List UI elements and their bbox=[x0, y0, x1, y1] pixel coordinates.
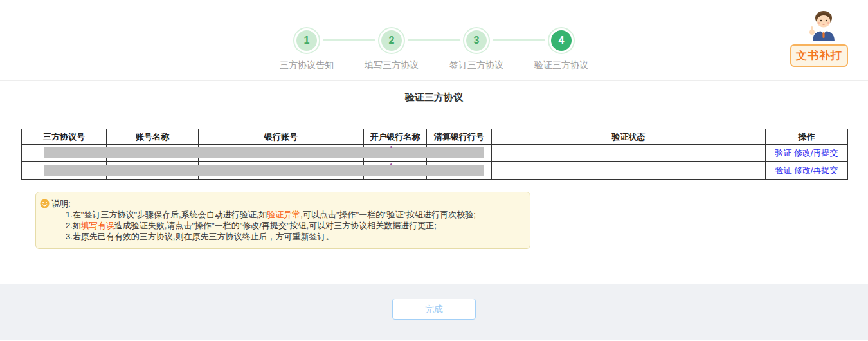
col-header-account-name: 账号名称 bbox=[107, 129, 199, 145]
cell-verify-status bbox=[492, 162, 766, 180]
step-1-circle: 1 bbox=[293, 27, 320, 54]
wizard-header: 1 三方协议告知 2 填写三方协议 3 签订三方协议 4 验证三方协议 bbox=[0, 0, 868, 81]
step-1-label: 三方协议告知 bbox=[280, 60, 334, 71]
verify-link[interactable]: 验证 bbox=[775, 148, 791, 158]
step-3-label: 签订三方协议 bbox=[449, 60, 503, 71]
note-line-2-text: 2.如 bbox=[66, 221, 81, 230]
step-3-circle: 3 bbox=[463, 27, 490, 54]
redaction-bar bbox=[44, 165, 484, 176]
verify-link[interactable]: 验证 bbox=[775, 165, 791, 175]
col-header-clearing-bank-no: 清算银行行号 bbox=[427, 129, 492, 145]
note-line-2-highlight: 填写有误 bbox=[81, 221, 114, 230]
note-line-1-rest: ,可以点击"操作"一栏的"验证"按钮进行再次校验; bbox=[300, 210, 476, 219]
cell-operation: 验证 修改/再提交 bbox=[766, 145, 848, 162]
document-reprint-helper: 文书补打 bbox=[799, 8, 850, 69]
finish-button[interactable]: 完成 bbox=[392, 299, 476, 320]
step-1: 1 三方协议告知 bbox=[264, 27, 349, 71]
step-2-number: 2 bbox=[381, 30, 402, 51]
table-header-row: 三方协议号 账号名称 银行账号 开户银行名称 清算银行行号 验证状态 操作 bbox=[22, 129, 848, 145]
redaction-artifact-dot bbox=[390, 146, 392, 148]
modify-resubmit-link[interactable]: 修改/再提交 bbox=[794, 148, 838, 158]
note-line-2-rest: 造成验证失败,请点击"操作"一栏的"修改/再提交"按钮,可以对三方协议相关数据进… bbox=[114, 221, 437, 230]
redaction-bar bbox=[44, 147, 484, 158]
step-4-current: 4 验证三方协议 bbox=[519, 27, 604, 71]
note-line-1-text: 1.在"签订三方协议"步骤保存后,系统会自动进行验证,如 bbox=[66, 210, 267, 219]
main-content: 验证三方协议 三方协议号 账号名称 银行账号 开户银行名称 清算银行行号 验证状… bbox=[0, 81, 868, 284]
modify-resubmit-link[interactable]: 修改/再提交 bbox=[794, 165, 838, 175]
note-line-3: 3.若原先已有有效的三方协议,则在原先三方协议终止后，方可重新签订。 bbox=[66, 231, 522, 242]
step-4-circle: 4 bbox=[548, 27, 575, 54]
cell-verify-status bbox=[492, 145, 766, 162]
page-title: 验证三方协议 bbox=[0, 91, 868, 104]
step-4-number: 4 bbox=[551, 30, 572, 51]
step-2-label: 填写三方协议 bbox=[365, 60, 419, 71]
step-2: 2 填写三方协议 bbox=[349, 27, 434, 71]
redaction-artifact-dot bbox=[390, 163, 392, 165]
footer-bar: 完成 bbox=[0, 284, 868, 340]
stepper: 1 三方协议告知 2 填写三方协议 3 签订三方协议 4 验证三方协议 bbox=[264, 27, 604, 71]
step-1-number: 1 bbox=[296, 30, 317, 51]
note-line-2: 2.如填写有误造成验证失败,请点击"操作"一栏的"修改/再提交"按钮,可以对三方… bbox=[66, 220, 522, 231]
note-line-1-highlight: 验证异常 bbox=[267, 210, 300, 219]
col-header-bank-account: 银行账号 bbox=[199, 129, 364, 145]
note-title: 说明: bbox=[51, 198, 71, 209]
col-header-agreement-no: 三方协议号 bbox=[22, 129, 107, 145]
document-reprint-button[interactable]: 文书补打 bbox=[790, 44, 848, 67]
smiley-icon bbox=[40, 199, 50, 208]
step-2-circle: 2 bbox=[378, 27, 405, 54]
cell-operation: 验证 修改/再提交 bbox=[766, 162, 848, 180]
agreement-table-wrap: 三方协议号 账号名称 银行账号 开户银行名称 清算银行行号 验证状态 操作 bbox=[21, 129, 847, 180]
col-header-verify-status: 验证状态 bbox=[492, 129, 766, 145]
instructions-note: 说明: 1.在"签订三方协议"步骤保存后,系统会自动进行验证,如验证异常,可以点… bbox=[35, 192, 530, 249]
step-4-label: 验证三方协议 bbox=[534, 60, 588, 71]
step-3-number: 3 bbox=[466, 30, 487, 51]
step-3: 3 签订三方协议 bbox=[434, 27, 519, 71]
note-line-3-text: 3.若原先已有有效的三方协议,则在原先三方协议终止后，方可重新签订。 bbox=[66, 232, 334, 241]
col-header-operation: 操作 bbox=[766, 129, 848, 145]
note-line-1: 1.在"签订三方协议"步骤保存后,系统会自动进行验证,如验证异常,可以点击"操作… bbox=[66, 209, 522, 220]
col-header-opening-bank: 开户银行名称 bbox=[364, 129, 427, 145]
